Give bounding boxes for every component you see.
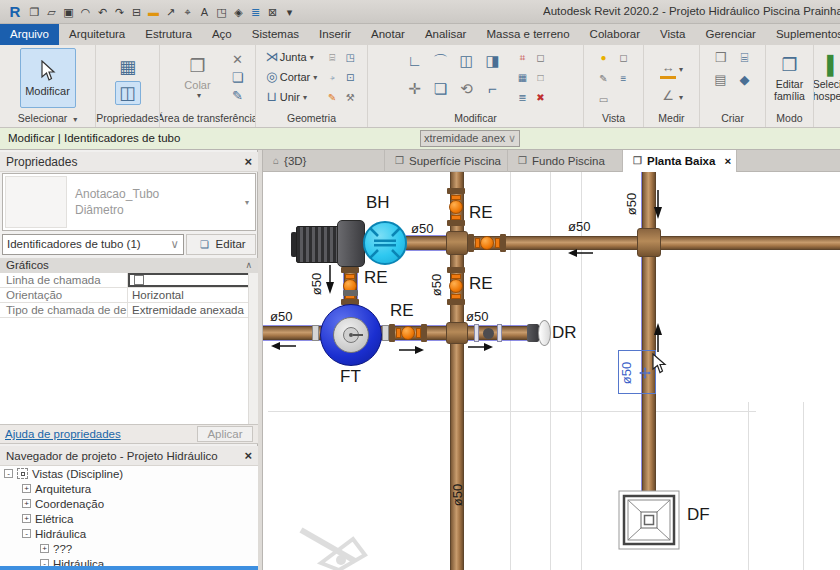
expand-collapse-icon[interactable]: +: [22, 514, 31, 523]
ball-valve[interactable]: [446, 267, 466, 305]
cope-button[interactable]: ◎Cortar▾: [264, 68, 318, 86]
tab-analisar[interactable]: Analisar: [415, 24, 477, 45]
apply-button[interactable]: Aplicar: [197, 426, 253, 442]
properties-scrollbar[interactable]: [248, 273, 258, 424]
selected-tag-box[interactable]: ø50: [618, 350, 656, 394]
mirror-pick-axis-icon[interactable]: ◫: [454, 50, 480, 72]
open-icon[interactable]: ▱: [43, 1, 60, 23]
property-row-tipo-de-chamada[interactable]: Tipo de chamada de de... Extremidade ane…: [0, 303, 258, 318]
align-icon[interactable]: ∟: [402, 50, 428, 72]
edit-type-button[interactable]: ❏ Editar tipo: [186, 234, 256, 255]
property-row-linha-de-chamada[interactable]: Linha de chamada: [0, 273, 258, 288]
wall-joins-icon[interactable]: ⌸: [323, 50, 341, 66]
tree-item-coordenacao[interactable]: + Coordenação: [0, 496, 258, 511]
text-icon[interactable]: A: [196, 1, 213, 23]
revit-logo-icon[interactable]: R: [4, 1, 26, 23]
panel-label-medir[interactable]: Medir: [658, 111, 684, 127]
panel-label-geometria[interactable]: Geometria: [287, 111, 336, 127]
valve-tag[interactable]: RE: [390, 301, 414, 321]
pipe-diameter-tag[interactable]: ø50: [309, 269, 323, 299]
expand-collapse-icon[interactable]: -: [22, 529, 31, 538]
property-row-orientacao[interactable]: Orientação Horizontal: [0, 288, 258, 303]
project-browser-header[interactable]: Navegador de projeto - Projeto Hidráulic…: [0, 446, 258, 466]
offset-icon[interactable]: ⌒: [428, 50, 454, 72]
thin-lines-icon[interactable]: ≣: [247, 1, 264, 23]
delete-icon[interactable]: ✕: [230, 52, 246, 68]
move-handle-icon[interactable]: [639, 367, 651, 379]
property-value-cell[interactable]: Horizontal: [128, 288, 258, 302]
property-value-cell[interactable]: Extremidade anexada: [128, 303, 258, 317]
panel-label-vista[interactable]: Vista: [602, 111, 625, 127]
delete-element-icon[interactable]: ✖: [532, 90, 550, 106]
move-icon[interactable]: ✛: [402, 78, 428, 100]
view-tab-3d[interactable]: ⌂ {3D}: [263, 150, 385, 172]
expand-collapse-icon[interactable]: +: [40, 544, 49, 553]
drain-flange[interactable]: [538, 320, 551, 346]
equipment-tag-drain[interactable]: DR: [552, 323, 577, 343]
pump-volute[interactable]: [337, 220, 365, 267]
copy-icon[interactable]: ❏: [428, 78, 454, 100]
match-type-icon[interactable]: ✎: [230, 88, 246, 104]
tab-vista[interactable]: Vista: [650, 24, 695, 45]
pipe-diameter-tag[interactable]: ø50: [450, 480, 464, 510]
pump-impeller[interactable]: [363, 221, 407, 265]
section-icon[interactable]: ◈: [230, 1, 247, 23]
tag-icon[interactable]: ⌖: [179, 1, 196, 23]
type-properties-button[interactable]: ◫: [115, 81, 141, 105]
equipment-tag-filter[interactable]: FT: [340, 367, 361, 387]
pipe-cross-fitting[interactable]: [446, 231, 468, 255]
project-browser-tree[interactable]: - Vistas (Discipline) + Arquitetura + Co…: [0, 466, 258, 570]
save-icon[interactable]: ▣: [60, 1, 77, 23]
leader-checkbox[interactable]: [134, 275, 144, 285]
reveal-hidden-icon[interactable]: ●: [594, 50, 614, 66]
rotate-icon[interactable]: ⟲: [454, 78, 480, 100]
view-tab-superficie-piscina[interactable]: ❐ Superfície Piscina: [385, 150, 508, 172]
tab-sistemas[interactable]: Sistemas: [242, 24, 309, 45]
trim-extend-icon[interactable]: ⌐: [480, 78, 506, 100]
tab-inserir[interactable]: Inserir: [309, 24, 361, 45]
linework-brush-icon[interactable]: ✎: [594, 71, 614, 87]
union-coupling[interactable]: [474, 324, 502, 342]
properties-palette-header[interactable]: Propriedades ×: [0, 152, 258, 172]
project-browser-close-icon[interactable]: ×: [244, 446, 252, 465]
properties-help-link[interactable]: Ajuda de propriedades: [5, 428, 121, 440]
panel-label-propriedades[interactable]: Propriedades: [96, 111, 158, 127]
create-assembly-icon[interactable]: ▤: [709, 72, 733, 88]
override-graphics-icon[interactable]: ≡: [614, 71, 634, 87]
tab-gerenciar[interactable]: Gerenciar: [695, 24, 766, 45]
edit-family-button[interactable]: ❐ Editar família: [768, 48, 812, 108]
tab-arquivo[interactable]: Arquivo: [0, 24, 59, 45]
view-tab-planta-baixa[interactable]: ❐ Planta Baixa ×: [623, 150, 737, 172]
attach-icon[interactable]: ◳: [341, 50, 359, 66]
pipe-diameter-tag[interactable]: ø50: [411, 221, 433, 236]
file-window-icon[interactable]: ❐: [26, 1, 43, 23]
dimension-button[interactable]: ∠▾: [660, 86, 683, 104]
drawing-canvas[interactable]: BH RE RE RE RE ø50 ø50 ø50 ø50 ø50 ø50 ø…: [263, 172, 840, 570]
expand-collapse-icon[interactable]: +: [22, 484, 31, 493]
tree-item-arquitetura[interactable]: + Arquitetura: [0, 481, 258, 496]
tree-item-unknown[interactable]: + ???: [0, 541, 258, 556]
tab-massa-terreno[interactable]: Massa e terreno: [476, 24, 579, 45]
valve-tag[interactable]: RE: [469, 203, 493, 223]
close-view-icon[interactable]: ×: [724, 150, 731, 172]
tab-aco[interactable]: Aço: [202, 24, 242, 45]
panel-label-selecionar[interactable]: Selecionar ▾: [18, 111, 78, 127]
undo-icon[interactable]: ↶: [94, 1, 111, 23]
tab-suplementos[interactable]: Suplementos: [766, 24, 840, 45]
floor-drain[interactable]: [618, 490, 680, 550]
tree-item-hidraulica[interactable]: - Hidráulica: [0, 526, 258, 541]
equipment-tag-floor-drain[interactable]: DF: [687, 505, 710, 525]
array-icon[interactable]: ▦: [514, 70, 532, 86]
section-collapse-icon[interactable]: ∧: [245, 258, 252, 273]
panel-label-modo[interactable]: Modo: [776, 111, 802, 127]
panel-label-modificar[interactable]: Modificar: [454, 111, 497, 127]
equipment-tag-pump[interactable]: BH: [366, 193, 390, 213]
pump-motor[interactable]: [296, 226, 339, 263]
pick-new-host-button[interactable]: ▐ Seleci hospe: [814, 48, 840, 108]
expand-collapse-icon[interactable]: +: [22, 499, 31, 508]
tree-item-eletrica[interactable]: + Elétrica: [0, 511, 258, 526]
create-group-icon[interactable]: ❒: [709, 50, 733, 66]
view-tab-fundo-piscina[interactable]: ❐ Fundo Piscina: [508, 150, 623, 172]
create-parts-icon[interactable]: ◆: [733, 72, 757, 88]
split-face-icon[interactable]: ⊡: [341, 70, 359, 86]
